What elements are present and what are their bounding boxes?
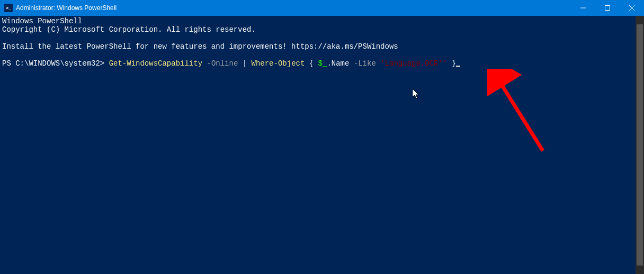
title-bar-left: >_ Administrator: Windows PowerShell [0,4,117,12]
scrollbar-thumb[interactable] [637,24,643,266]
pipeline-var: $_ [318,59,327,68]
banner-line-2: Copyright (C) Microsoft Corporation. All… [2,25,256,34]
minimize-button[interactable] [571,0,595,16]
op-like: -Like [354,59,376,68]
minimize-icon [580,5,586,11]
close-button[interactable] [620,0,644,16]
string-literal: 'Language.OCR*' [380,59,447,68]
member-name: .Name [327,59,349,68]
banner-line-1: Windows PowerShell [2,17,82,25]
pipe: | [243,59,247,68]
title-bar[interactable]: >_ Administrator: Windows PowerShell [0,0,644,16]
brace-open: { [309,59,314,68]
install-message: Install the latest PowerShell for new fe… [2,42,398,51]
prompt-text: PS C:\WINDOWS\system32> [2,59,109,68]
cmdlet-get: Get-WindowsCapability [109,59,202,68]
maximize-button[interactable] [595,0,620,16]
vertical-scrollbar[interactable] [636,16,644,274]
cmdlet-where: Where-Object [252,59,305,68]
terminal-content[interactable]: Windows PowerShell Copyright (C) Microso… [0,16,636,274]
svg-rect-0 [605,6,610,11]
param-online: -Online [207,59,238,68]
maximize-icon [605,5,610,11]
powershell-icon: >_ [4,4,13,12]
scrollbar-track[interactable] [636,24,644,266]
window-controls [571,0,644,16]
brace-close: } [452,59,456,68]
powershell-window: >_ Administrator: Windows PowerShell Win… [0,0,644,274]
window-title: Administrator: Windows PowerShell [16,4,117,12]
close-icon [629,5,634,11]
terminal-area: Windows PowerShell Copyright (C) Microso… [0,16,644,274]
text-caret [456,66,460,67]
